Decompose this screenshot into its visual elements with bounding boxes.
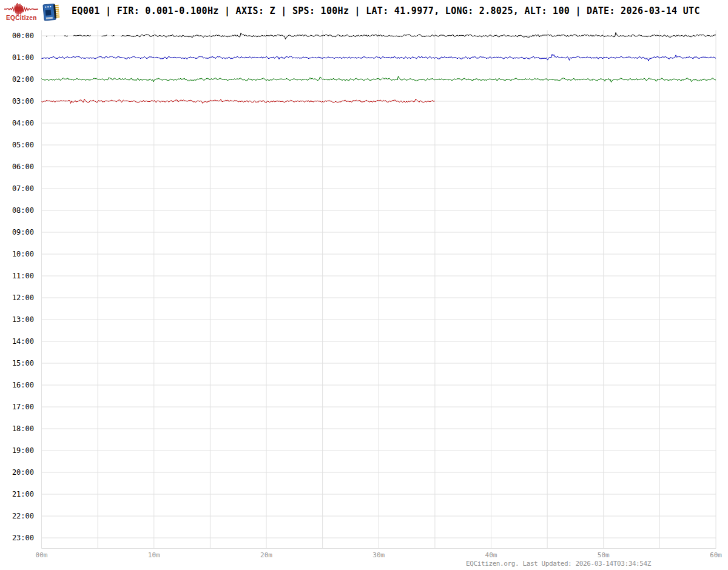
- hour-label: 08:00: [12, 206, 34, 215]
- hour-label: 03:00: [12, 97, 34, 106]
- hour-label: 22:00: [12, 512, 34, 520]
- minute-axis-labels: 00m10m20m30m40m50m60m: [36, 551, 723, 559]
- minute-label: 10m: [148, 551, 160, 559]
- minute-label: 60m: [710, 551, 722, 559]
- hour-label: 05:00: [12, 141, 34, 149]
- hour-label: 11:00: [12, 272, 34, 280]
- hour-label: 18:00: [12, 424, 34, 433]
- hour-label: 23:00: [12, 534, 34, 542]
- hour-label: 09:00: [12, 228, 34, 236]
- hour-label: 21:00: [12, 490, 34, 498]
- hour-label: 10:00: [12, 250, 34, 258]
- minute-label: 20m: [260, 551, 272, 559]
- hour-label: 13:00: [12, 315, 34, 324]
- minute-label: 30m: [372, 551, 385, 559]
- footer-text: EQCitizen.org. Last Updated: 2026-03-14T…: [0, 560, 651, 568]
- minute-label: 00m: [36, 551, 48, 559]
- hour-label: 01:00: [12, 53, 34, 62]
- hour-label: 19:00: [12, 446, 34, 455]
- hour-label: 04:00: [12, 119, 34, 127]
- hour-label: 00:00: [12, 32, 34, 40]
- helicorder-chart: 00:0001:0002:0003:0004:0005:0006:0007:00…: [0, 0, 728, 570]
- helicorder-page: EQCitizen EQ001 | FIR: 0.001-0.100Hz |: [0, 0, 728, 570]
- hour-label: 17:00: [12, 403, 34, 411]
- hour-axis-labels: 00:0001:0002:0003:0004:0005:0006:0007:00…: [12, 32, 34, 542]
- minute-label: 40m: [485, 551, 497, 559]
- hour-label: 15:00: [12, 359, 34, 367]
- hour-label: 12:00: [12, 293, 34, 302]
- minute-label: 50m: [598, 551, 610, 559]
- hour-label: 20:00: [12, 468, 34, 477]
- hour-label: 14:00: [12, 337, 34, 346]
- hour-label: 07:00: [12, 184, 34, 193]
- hour-label: 02:00: [12, 75, 34, 84]
- hour-label: 16:00: [12, 381, 34, 389]
- hour-label: 06:00: [12, 163, 34, 171]
- grid: [42, 30, 716, 549]
